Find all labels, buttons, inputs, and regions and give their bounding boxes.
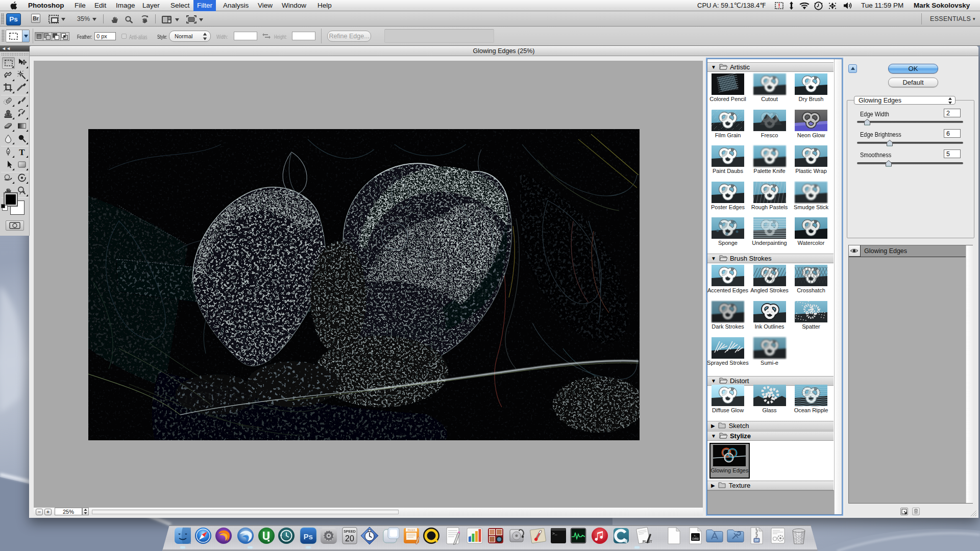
svg-text:>_: >_ bbox=[552, 531, 557, 536]
svg-text:SPEED: SPEED bbox=[344, 530, 356, 533]
svg-text:CMND: CMND bbox=[692, 538, 699, 540]
svg-text:20: 20 bbox=[345, 534, 354, 543]
svg-text:ZIP: ZIP bbox=[755, 539, 759, 542]
svg-text:Ps: Ps bbox=[304, 532, 313, 541]
svg-text:PAGES: PAGES bbox=[407, 529, 415, 532]
